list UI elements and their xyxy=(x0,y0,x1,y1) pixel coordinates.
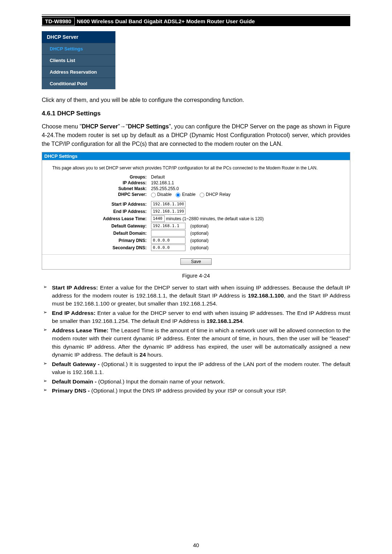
row-gateway: Default Gateway: (optional) xyxy=(42,222,350,230)
row-sdns: Secondary DNS: (optional) xyxy=(42,244,350,251)
section-paragraph: Choose menu "DHCP Server"→"DHCP Settings… xyxy=(42,122,350,148)
radio-relay-label: DHCP Relay xyxy=(206,192,230,197)
figure-caption: Figure 4-24 xyxy=(42,272,350,279)
input-lease[interactable] xyxy=(151,216,165,222)
label-ip: IP Address: xyxy=(49,180,151,185)
bullet-default-domain: Default Domain - (Optional.) Input the d… xyxy=(42,378,350,386)
radio-enable-input[interactable] xyxy=(176,193,180,197)
b5-bold: Default Domain - xyxy=(52,378,97,385)
row-pdns: Primary DNS: (optional) xyxy=(42,237,350,244)
row-domain: Default Domain: (optional) xyxy=(42,230,350,237)
input-pdns[interactable] xyxy=(151,237,185,244)
nav-panel: DHCP Server DHCP Settings Clients List A… xyxy=(42,31,115,89)
b2-bold: End IP Address: xyxy=(52,310,95,316)
b5-t1: (Optional.) Input the domain name of you… xyxy=(97,378,225,385)
nav-item-conditional-pool[interactable]: Conditional Pool xyxy=(42,78,115,89)
label-end-ip: End IP Address: xyxy=(49,209,151,214)
para-bold1: DHCP Server xyxy=(82,123,118,130)
label-groups: Groups: xyxy=(49,175,151,180)
input-end-ip[interactable] xyxy=(151,208,185,215)
radio-group-dhpc: Disable Enable DHCP Relay xyxy=(151,192,233,197)
header-rule xyxy=(42,15,350,15)
nav-item-clients-list[interactable]: Clients List xyxy=(42,54,115,66)
b3-t2: hours. xyxy=(146,352,163,358)
para-arrow: "→" xyxy=(118,123,128,130)
intro-text: Click any of them, and you will be able … xyxy=(42,96,350,104)
value-groups: Default xyxy=(151,175,165,180)
bullet-default-gateway: Default Gateway - (Optional.) It is sugg… xyxy=(42,360,350,377)
b2-t2: . xyxy=(242,318,244,324)
b3-bold: Address Lease Time: xyxy=(52,327,109,333)
row-subnet: Subnet Mask: 255.255.255.0 xyxy=(42,186,350,192)
label-subnet: Subnet Mask: xyxy=(49,186,151,191)
row-ip: IP Address: 192.168.1.1 xyxy=(42,180,350,186)
b1-bold: Start IP Address: xyxy=(52,284,98,291)
gateway-optional: (optional) xyxy=(190,223,208,228)
save-button[interactable]: Save xyxy=(180,258,211,265)
nav-item-dhcp-settings[interactable]: DHCP Settings xyxy=(42,43,115,54)
nav-item-address-reservation[interactable]: Address Reservation xyxy=(42,66,115,78)
bullet-lease-time: Address Lease Time: The Leased Time is t… xyxy=(42,327,350,359)
radio-relay[interactable]: DHCP Relay xyxy=(200,192,230,197)
nav-header: DHCP Server xyxy=(42,31,115,43)
dhcp-settings-panel: DHCP Settings This page allows you to se… xyxy=(42,152,350,269)
label-dhpc: DHPC Server: xyxy=(49,192,151,197)
page-header: TD-W8980 N600 Wireless Dual Band Gigabit… xyxy=(42,16,350,26)
b2-bold2: 192.168.1.254 xyxy=(207,318,242,324)
value-subnet: 255.255.255.0 xyxy=(151,186,179,191)
row-dhpc: DHPC Server: Disable Enable DHCP Relay xyxy=(42,192,350,197)
radio-enable[interactable]: Enable xyxy=(176,192,195,197)
input-gateway[interactable] xyxy=(151,223,185,229)
label-gateway: Default Gateway: xyxy=(49,223,151,229)
b3-bold2: 24 xyxy=(140,352,146,358)
radio-disable-label: Disable xyxy=(157,192,172,197)
b4-bold: Default Gateway - xyxy=(52,361,99,367)
model-box: TD-W8980 xyxy=(42,17,75,25)
pdns-optional: (optional) xyxy=(190,238,208,243)
sdns-optional: (optional) xyxy=(190,245,208,250)
row-end-ip: End IP Address: xyxy=(42,208,350,215)
radio-relay-input[interactable] xyxy=(200,193,204,197)
row-lease: Address Lease Time: minutes (1~2880 minu… xyxy=(42,215,350,222)
bullet-primary-dns: Primary DNS - (Optional.) Input the DNS … xyxy=(42,387,350,395)
panel-description: This page allows you to set DHCP server … xyxy=(42,163,350,174)
para-t1: Choose menu " xyxy=(42,123,82,130)
input-sdns[interactable] xyxy=(151,245,185,251)
label-lease: Address Lease Time: xyxy=(49,216,151,221)
label-sdns: Secondary DNS: xyxy=(49,245,151,250)
page-number: 40 xyxy=(42,542,350,548)
radio-disable-input[interactable] xyxy=(151,193,156,197)
save-button-row: Save xyxy=(42,254,350,266)
input-domain[interactable] xyxy=(151,230,185,237)
row-groups: Groups: Default xyxy=(42,174,350,180)
panel-title: DHCP Settings xyxy=(42,152,350,160)
value-ip: 192.168.1.1 xyxy=(151,180,174,185)
label-pdns: Primary DNS: xyxy=(49,238,151,243)
header-title: N600 Wireless Dual Band Gigabit ADSL2+ M… xyxy=(77,18,255,24)
para-bold2: DHCP Settings xyxy=(128,123,169,130)
b1-bold2: 192.168.1.100 xyxy=(248,292,284,299)
radio-enable-label: Enable xyxy=(182,192,195,197)
label-domain: Default Domain: xyxy=(49,231,151,236)
bullet-list: Start IP Address: Enter a value for the … xyxy=(42,284,350,395)
b2-t1: Enter a value for the DHCP server to end… xyxy=(52,310,350,324)
input-start-ip[interactable] xyxy=(151,201,185,208)
radio-disable[interactable]: Disable xyxy=(151,192,172,197)
bullet-end-ip: End IP Address: Enter a value for the DH… xyxy=(42,309,350,325)
domain-optional: (optional) xyxy=(190,230,208,235)
section-heading: 4.6.1 DHCP Settings xyxy=(42,110,350,117)
b6-bold: Primary DNS - xyxy=(52,387,90,394)
row-start-ip: Start IP Address: xyxy=(42,201,350,208)
bullet-start-ip: Start IP Address: Enter a value for the … xyxy=(42,284,350,308)
lease-suffix: minutes (1~2880 minutes, the default val… xyxy=(165,216,264,221)
label-start-ip: Start IP Address: xyxy=(49,202,151,207)
b6-t1: (Optional.) Input the DNS IP address pro… xyxy=(90,387,286,394)
